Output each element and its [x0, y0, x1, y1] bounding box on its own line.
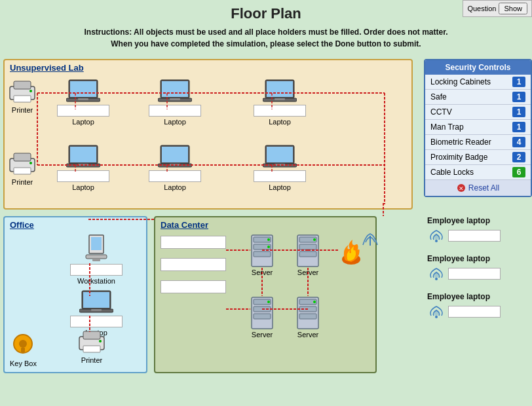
printer-device-2: Printer [7, 151, 37, 186]
server-device-3: Server [296, 234, 320, 276]
office-label: Office [10, 220, 34, 230]
employee-laptops-panel: Employee laptop Employee laptop Employ [424, 216, 532, 320]
security-row-biometric[interactable]: Biometric Reader 4 [425, 135, 531, 150]
svg-rect-2 [14, 96, 31, 102]
dc-inputs [161, 236, 226, 293]
cctv-count: 1 [512, 107, 525, 117]
wifi-icon-3 [427, 304, 446, 320]
svg-rect-47 [83, 292, 109, 308]
server-device-2: Server [250, 296, 274, 339]
locking-cabinets-count: 1 [512, 77, 525, 87]
cable-locks-count: 6 [512, 167, 525, 177]
dc-input-2[interactable] [161, 258, 226, 271]
proximity-badge-count: 2 [512, 152, 525, 162]
svg-rect-62 [254, 251, 271, 257]
page-title: Floor Plan [0, 0, 532, 25]
laptop-label-5: Laptop [164, 183, 186, 191]
dc-input-3[interactable] [161, 280, 226, 293]
employee-laptop-label-1: Employee laptop [427, 216, 529, 225]
cable-locks-label: Cable Locks [430, 168, 474, 177]
server-label-2: Server [252, 331, 273, 339]
keybox-icon [10, 332, 36, 358]
reset-icon: ✕ [457, 183, 466, 193]
laptop-input-5[interactable] [149, 170, 201, 182]
svg-point-79 [313, 301, 316, 303]
svg-point-74 [313, 238, 316, 241]
unsupervised-lab-label: Unsupervised Lab [10, 63, 84, 73]
datacenter-area: Data Center Server Server [154, 216, 377, 373]
svg-point-69 [267, 301, 270, 303]
svg-rect-9 [162, 81, 188, 97]
svg-point-3 [29, 90, 32, 92]
dc-input-1[interactable] [161, 236, 226, 249]
svg-rect-5 [70, 81, 96, 97]
svg-rect-23 [78, 164, 88, 166]
office-printer-device: Printer [77, 329, 107, 364]
laptop-input-6[interactable] [254, 170, 306, 182]
server-icon-2 [250, 296, 274, 330]
svg-rect-43 [91, 237, 102, 250]
wireless-icon [360, 229, 380, 249]
question-bar: Question Show [463, 0, 532, 17]
svg-rect-72 [299, 244, 316, 249]
locking-cabinets-label: Locking Cabinets [430, 77, 491, 86]
svg-rect-11 [170, 98, 180, 100]
office-laptop-input[interactable] [70, 316, 123, 327]
security-row-safe[interactable]: Safe 1 [425, 90, 531, 105]
laptop-input-2[interactable] [149, 105, 201, 117]
office-laptop-icon [79, 289, 113, 314]
svg-rect-27 [170, 164, 180, 166]
laptop-input-3[interactable] [254, 105, 306, 117]
security-panel-header: Security Controls [425, 60, 531, 75]
laptop-input-1[interactable] [57, 105, 109, 117]
man-trap-count: 1 [512, 122, 525, 132]
server-icon-4 [296, 296, 320, 330]
svg-text:✕: ✕ [459, 185, 464, 192]
safe-count: 1 [512, 92, 525, 102]
firewall-device [335, 236, 367, 267]
svg-rect-77 [299, 306, 316, 312]
employee-laptop-input-3[interactable] [448, 306, 501, 318]
svg-rect-78 [299, 314, 316, 319]
security-row-locking-cabinets[interactable]: Locking Cabinets 1 [425, 75, 531, 90]
svg-point-64 [267, 246, 270, 248]
svg-point-63 [267, 238, 270, 241]
show-button[interactable]: Show [499, 3, 527, 14]
wifi-icon-1 [427, 228, 446, 244]
employee-laptop-input-1[interactable] [448, 230, 501, 242]
svg-rect-18 [14, 168, 31, 174]
datacenter-label: Data Center [161, 220, 208, 230]
employee-laptop-label-3: Employee laptop [427, 292, 529, 301]
employee-laptop-input-2[interactable] [448, 268, 501, 280]
svg-rect-73 [299, 251, 316, 257]
laptop-label-4: Laptop [72, 183, 94, 191]
security-panel: Security Controls Locking Cabinets 1 Saf… [424, 59, 532, 197]
svg-rect-29 [267, 147, 293, 162]
svg-rect-67 [254, 306, 271, 312]
reset-row[interactable]: ✕ Reset All [425, 180, 531, 196]
office-printer-icon [77, 329, 107, 355]
svg-rect-68 [254, 314, 271, 319]
security-row-man-trap[interactable]: Man Trap 1 [425, 120, 531, 135]
workstation-device: Workstation [70, 234, 123, 285]
laptop-label-2: Laptop [164, 118, 186, 126]
printer-label-2: Printer [12, 178, 33, 186]
workstation-input[interactable] [70, 264, 123, 276]
laptop-label-1: Laptop [72, 118, 94, 126]
security-row-proximity[interactable]: Proximity Badge 2 [425, 150, 531, 165]
server-device-1: Server [250, 234, 274, 276]
printer-device-1: Printer [7, 79, 37, 114]
laptop-icon-6 [263, 144, 297, 169]
security-row-cable-locks[interactable]: Cable Locks 6 [425, 165, 531, 180]
svg-rect-49 [91, 309, 102, 311]
svg-rect-52 [83, 346, 100, 352]
server-label-4: Server [297, 331, 318, 339]
security-row-cctv[interactable]: CCTV 1 [425, 105, 531, 120]
instructions-line2: When you have completed the simulation, … [13, 38, 519, 50]
laptop-input-4[interactable] [57, 170, 109, 182]
instructions-line1: Instructions: All objects must be used a… [13, 26, 519, 38]
svg-rect-51 [83, 331, 100, 339]
question-label: Question [467, 5, 496, 12]
biometric-count: 4 [512, 137, 525, 147]
server-label-3: Server [297, 268, 318, 276]
